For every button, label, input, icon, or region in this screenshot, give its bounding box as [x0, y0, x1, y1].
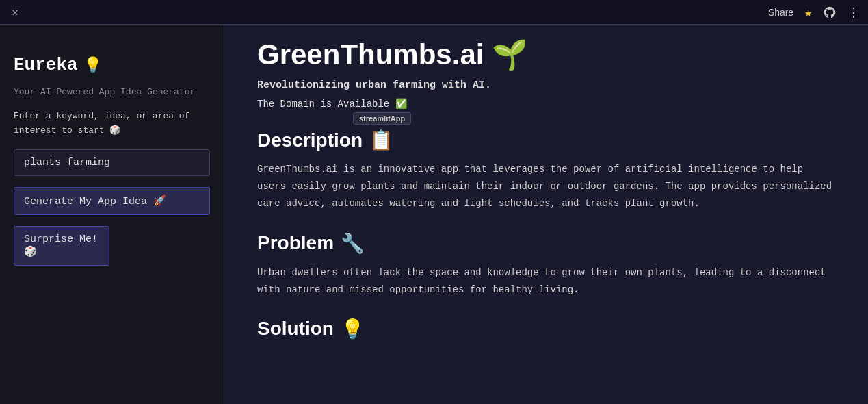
description-emoji: 📋 [369, 129, 393, 151]
star-icon[interactable]: ★ [804, 5, 812, 20]
sidebar-title: Eureka [14, 55, 78, 75]
main-content: GreenThumbs.ai 🌱 Revolutionizing urban f… [224, 0, 868, 404]
top-bar: ✕ Share ★ ⋮ [0, 0, 868, 25]
tagline: Revolutionizing urban farming with AI. [257, 79, 835, 91]
description-heading: Description 📋 streamlitApp [257, 129, 835, 151]
problem-text: Urban dwellers often lack the space and … [257, 264, 835, 299]
generate-button[interactable]: Generate My App Idea 🚀 [14, 187, 210, 215]
github-icon[interactable] [823, 5, 837, 19]
sidebar-title-emoji: 💡 [83, 56, 102, 75]
top-bar-left: ✕ [8, 5, 22, 19]
app-name: GreenThumbs.ai [257, 38, 484, 71]
streamlit-tooltip: streamlitApp [353, 112, 411, 125]
solution-emoji: 💡 [341, 318, 365, 340]
close-button[interactable]: ✕ [8, 5, 22, 19]
domain-status: The Domain is Available ✅ [257, 98, 835, 110]
app-title-row: GreenThumbs.ai 🌱 [257, 38, 835, 71]
sidebar-title-row: Eureka 💡 [14, 55, 210, 75]
top-bar-right: Share ★ ⋮ [768, 5, 860, 20]
keyword-input[interactable] [14, 149, 210, 176]
more-options-icon[interactable]: ⋮ [847, 5, 860, 20]
solution-heading-text: Solution [257, 318, 334, 340]
surprise-button[interactable]: Surprise Me! 🎲 [14, 226, 109, 266]
share-button[interactable]: Share [768, 7, 793, 18]
solution-heading: Solution 💡 [257, 318, 835, 340]
sidebar: Eureka 💡 Your AI-Powered App Idea Genera… [0, 0, 224, 404]
problem-heading: Problem 🔧 [257, 232, 835, 255]
description-heading-text: Description [257, 129, 363, 151]
sidebar-prompt: Enter a keyword, idea, or area of intere… [14, 110, 210, 138]
description-text: GreenThumbs.ai is an innovative app that… [257, 161, 835, 213]
sidebar-subtitle: Your AI-Powered App Idea Generator [14, 86, 210, 99]
problem-emoji: 🔧 [341, 232, 365, 255]
app-emoji: 🌱 [492, 38, 527, 71]
problem-heading-text: Problem [257, 232, 334, 254]
